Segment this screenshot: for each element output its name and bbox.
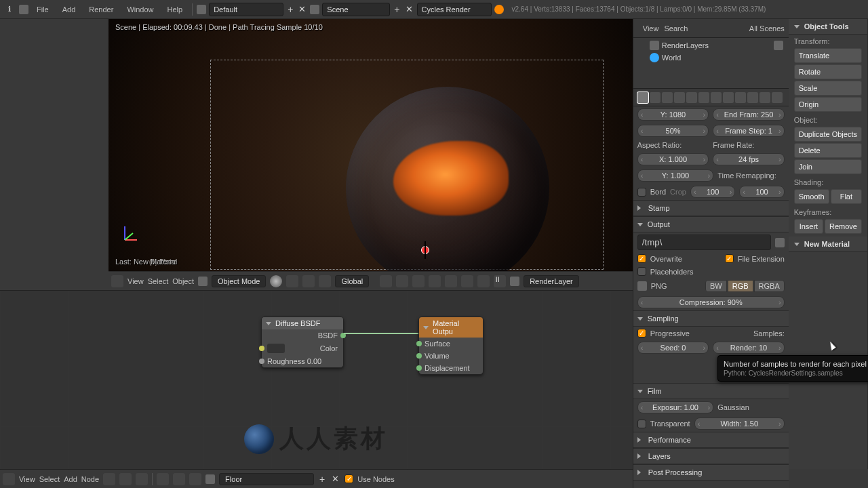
menu-window[interactable]: Window [121,3,159,16]
ne-shader-icon[interactable] [103,473,115,485]
overwrite-checkbox[interactable] [637,254,646,263]
render-engine-select[interactable]: Cycles Render [417,3,492,16]
tab-data[interactable] [723,92,734,103]
pause-icon[interactable]: ⏸ [494,275,506,287]
outliner-item-renderlayers[interactable]: RenderLayers [637,39,785,52]
new-material-header[interactable]: New Material [789,237,867,252]
object-tools-header[interactable]: Object Tools [789,19,867,35]
node-diffuse-color[interactable]: Color [262,342,343,355]
tab-constraints[interactable] [698,92,709,103]
tab-particles[interactable] [760,92,770,103]
rgba-button[interactable]: RGBA [754,280,785,292]
shading-icon[interactable] [270,275,282,287]
scene-add[interactable]: + [393,4,401,15]
sampling-header[interactable]: Sampling [633,310,789,327]
progressive-checkbox[interactable] [637,329,646,338]
render-preview-icon[interactable] [461,275,473,287]
snap-target-icon[interactable] [429,275,441,287]
layers-2[interactable] [396,275,408,287]
material-add[interactable]: + [318,474,326,485]
menu-add[interactable]: Add [57,3,81,16]
insert-keyframe-button[interactable]: Insert [794,219,823,234]
renderlayer-select[interactable]: RenderLayer [524,275,579,287]
scale-button[interactable]: Scale [794,81,862,96]
manipulator-icon[interactable] [302,275,315,287]
file-ext-checkbox[interactable] [725,254,734,263]
ne-select-menu[interactable]: Select [39,475,60,483]
tab-physics[interactable] [772,92,783,103]
outliner-filter[interactable]: All Scenes [749,24,785,33]
snap-icon[interactable] [412,275,425,287]
outliner-search[interactable]: Search [664,24,688,33]
node-output-volume[interactable]: Volume [419,350,483,362]
folder-icon[interactable] [775,238,785,247]
mode-select[interactable]: Object Mode [212,275,266,287]
proportional-icon[interactable] [445,275,457,287]
join-button[interactable]: Join [794,159,862,174]
node-output-surface[interactable]: Surface [419,338,483,350]
menu-render[interactable]: Render [83,3,119,16]
tab-layers[interactable] [650,92,660,103]
ne-add-menu[interactable]: Add [64,475,77,483]
node-output-displacement[interactable]: Displacement [419,362,483,374]
delete-button[interactable]: Delete [794,143,862,158]
node-diffuse-bsdf[interactable]: Diffuse BSDF BSDF Color Roughness 0.00 [261,317,344,368]
performance-header[interactable]: Performance [633,432,789,448]
flat-button[interactable]: Flat [831,189,862,204]
tab-object[interactable] [686,92,697,103]
fps-field[interactable]: 24 fps [713,153,785,165]
remap-new-field[interactable]: 100 [739,186,784,198]
node-editor-icon[interactable] [3,473,15,485]
tab-world[interactable] [674,92,685,103]
material-delete[interactable]: ✕ [330,474,340,484]
node-diffuse-roughness[interactable]: Roughness 0.00 [262,355,343,367]
pivot-icon[interactable] [286,275,298,287]
smooth-button[interactable]: Smooth [794,189,829,204]
rgb-button[interactable]: RGB [728,280,753,292]
border-checkbox[interactable] [637,188,646,197]
orientation-icon[interactable] [319,275,331,287]
frame-step-field[interactable]: Frame Step: 1 [713,125,785,137]
duplicate-button[interactable]: Duplicate Objects [794,127,862,142]
layout-add[interactable]: + [286,4,294,15]
rotate-button[interactable]: Rotate [794,64,862,79]
filter-width-field[interactable]: Width: 1.50 [694,418,785,430]
node-material-output[interactable]: Material Outpu Surface Volume Displaceme… [418,317,484,375]
stamp-header[interactable]: Stamp [633,200,789,216]
remove-keyframe-button[interactable]: Remove [825,219,862,234]
film-header[interactable]: Film [633,383,789,399]
scene-select[interactable]: Scene [322,3,390,16]
menu-file[interactable]: File [31,3,54,16]
material-select[interactable]: Floor [219,473,314,485]
layers-header[interactable]: Layers [633,448,789,464]
output-header[interactable]: Output [633,216,789,232]
scene-icon[interactable] [310,5,319,14]
transparent-checkbox[interactable] [637,420,646,428]
scene-delete[interactable]: ✕ [404,4,414,14]
seed-field[interactable]: Seed: 0 [637,342,709,354]
res-y-field[interactable]: Y: 1080 [637,108,709,121]
tab-scene[interactable] [662,92,673,103]
ne-world-icon[interactable] [173,473,185,485]
res-pct-field[interactable]: 50% [637,125,709,137]
outliner-item-world[interactable]: World [637,52,785,64]
layout-delete[interactable]: ✕ [297,4,307,14]
menu-help[interactable]: Help [162,3,189,16]
vp-select-menu[interactable]: Select [148,277,169,285]
bw-button[interactable]: BW [705,280,727,292]
aspect-y-field[interactable]: Y: 1.000 [637,169,714,182]
vp-view-menu[interactable]: View [127,277,144,285]
viewport-editor-icon[interactable] [111,275,123,287]
restrict-icon[interactable] [774,41,783,50]
exposure-field[interactable]: Exposur: 1.00 [637,401,714,413]
tab-texture[interactable] [747,92,758,103]
node-output-header[interactable]: Material Outpu [419,317,483,338]
ne-lamp-icon[interactable] [189,473,201,485]
use-nodes-checkbox[interactable] [344,474,353,483]
tab-material[interactable] [735,92,746,103]
remap-old-field[interactable]: 100 [690,186,735,198]
3d-viewport[interactable]: Scene | Elapsed: 00:09.43 | Done | Path … [108,19,633,271]
output-path-field[interactable] [637,235,771,250]
screen-layout-icon[interactable] [197,5,206,14]
tab-modifiers[interactable] [711,92,722,103]
